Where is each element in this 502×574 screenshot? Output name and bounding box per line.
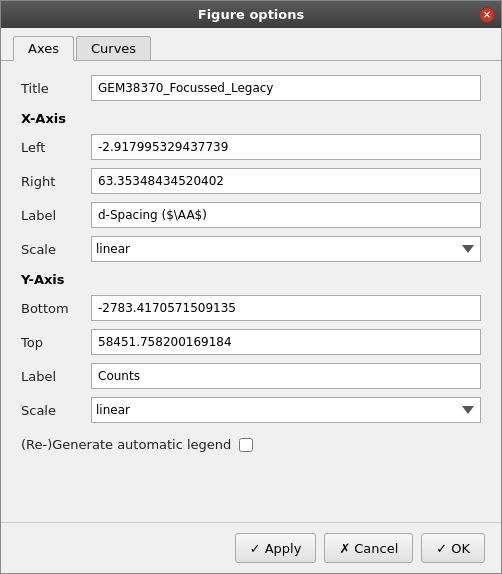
close-button[interactable]: × [479, 7, 495, 23]
ok-button[interactable]: ✓ OK [421, 533, 485, 563]
x-label-label: Label [21, 208, 91, 223]
y-bottom-input[interactable] [91, 295, 481, 321]
y-bottom-label: Bottom [21, 301, 91, 316]
axes-content: Title X-Axis Left Right Label Scale line… [1, 61, 501, 522]
y-scale-select[interactable]: linear log [91, 397, 481, 423]
title-label: Title [21, 81, 91, 96]
x-scale-row: Scale linear log [21, 236, 481, 262]
apply-label: Apply [265, 541, 302, 556]
titlebar: Figure options × [1, 1, 501, 28]
legend-checkbox[interactable] [239, 438, 253, 452]
y-scale-label: Scale [21, 403, 91, 418]
y-label-input[interactable] [91, 363, 481, 389]
tab-curves[interactable]: Curves [76, 36, 151, 60]
cancel-label: Cancel [354, 541, 398, 556]
y-bottom-row: Bottom [21, 295, 481, 321]
ok-label: OK [451, 541, 470, 556]
apply-icon: ✓ [250, 541, 261, 556]
x-label-row: Label [21, 202, 481, 228]
title-row: Title [21, 75, 481, 101]
x-scale-label: Scale [21, 242, 91, 257]
tab-axes[interactable]: Axes [13, 36, 74, 61]
x-left-label: Left [21, 140, 91, 155]
cancel-icon: ✗ [339, 541, 350, 556]
y-label-label: Label [21, 369, 91, 384]
window-title: Figure options [198, 7, 304, 22]
y-label-row: Label [21, 363, 481, 389]
title-input[interactable] [91, 75, 481, 101]
close-icon: × [483, 10, 491, 20]
x-right-row: Right [21, 168, 481, 194]
y-top-input[interactable] [91, 329, 481, 355]
cancel-button[interactable]: ✗ Cancel [324, 533, 413, 563]
y-top-row: Top [21, 329, 481, 355]
y-axis-heading: Y-Axis [21, 272, 481, 287]
figure-options-window: Figure options × Axes Curves Title X-Axi… [0, 0, 502, 574]
tab-bar: Axes Curves [1, 28, 501, 61]
footer: ✓ Apply ✗ Cancel ✓ OK [1, 522, 501, 573]
apply-button[interactable]: ✓ Apply [235, 533, 317, 563]
x-left-row: Left [21, 134, 481, 160]
x-right-label: Right [21, 174, 91, 189]
legend-row: (Re-)Generate automatic legend [21, 437, 481, 452]
x-right-input[interactable] [91, 168, 481, 194]
ok-icon: ✓ [436, 541, 447, 556]
x-label-input[interactable] [91, 202, 481, 228]
legend-label: (Re-)Generate automatic legend [21, 437, 231, 452]
x-left-input[interactable] [91, 134, 481, 160]
y-top-label: Top [21, 335, 91, 350]
x-axis-heading: X-Axis [21, 111, 481, 126]
x-scale-select[interactable]: linear log [91, 236, 481, 262]
y-scale-row: Scale linear log [21, 397, 481, 423]
